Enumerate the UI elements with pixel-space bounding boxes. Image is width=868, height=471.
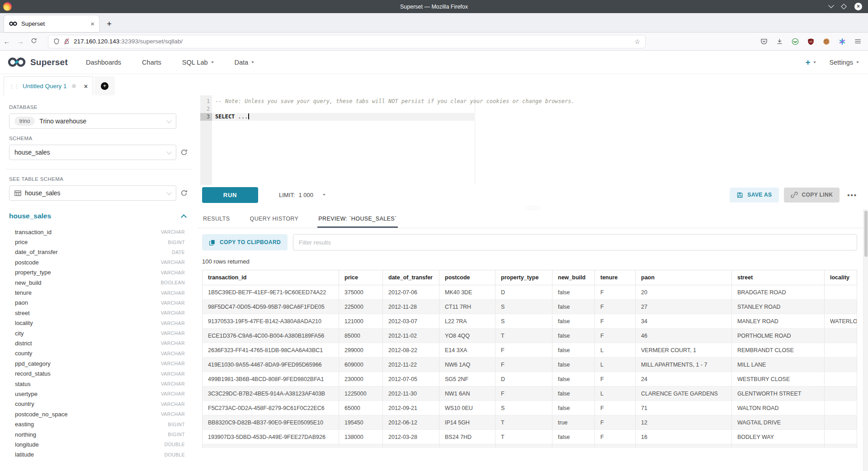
column-name: city: [15, 330, 24, 337]
nav-item-charts[interactable]: Charts: [142, 59, 161, 66]
column-header[interactable]: locality: [825, 270, 857, 285]
filter-results-input[interactable]: [293, 234, 857, 250]
nav-item-sql-lab[interactable]: SQL Lab: [182, 59, 214, 66]
table-row[interactable]: 2636F323-FF41-4765-81DB-98CAA6A43BC1 299…: [203, 343, 857, 358]
cell-property-type: T: [495, 329, 552, 343]
ublock-icon[interactable]: uO: [807, 38, 814, 45]
cell-tenure: F: [595, 401, 636, 415]
column-header[interactable]: transaction_id: [203, 270, 339, 285]
cell-transaction-id: 3C3C29DC-B7B2-4BE5-914A-A38123AF403B: [203, 386, 339, 401]
column-list-item: county VARCHAR: [9, 349, 188, 358]
cell-paon: 10: [636, 444, 732, 448]
add-new-button[interactable]: +: [805, 58, 816, 66]
cell-postcode: SG5 2NF: [439, 372, 495, 386]
query-tab-close-icon[interactable]: ×: [84, 83, 88, 90]
tab-close-icon[interactable]: ×: [90, 20, 94, 28]
bookmark-star-icon[interactable]: ☆: [634, 38, 640, 45]
divider: [5, 169, 192, 170]
new-tab-button[interactable]: +: [107, 19, 112, 28]
downloads-icon[interactable]: [776, 38, 783, 45]
table-row[interactable]: BB8320C9-D82B-4B37-90E0-9FEE05095E10 195…: [203, 415, 857, 430]
column-list-item: longitude DOUBLE: [9, 439, 188, 449]
chevron-up-icon[interactable]: [181, 214, 187, 220]
results-scrollbar[interactable]: [863, 209, 868, 471]
save-as-button[interactable]: SAVE AS: [730, 188, 778, 203]
cell-paon: 34: [636, 314, 732, 329]
forward-icon[interactable]: →: [14, 38, 27, 45]
browser-tab[interactable]: Superset ×: [4, 15, 99, 32]
table-row[interactable]: EB1459EB-67ED-47C8-B2E7-A38143AB5575 119…: [203, 444, 857, 448]
plus-circle-icon: +: [101, 82, 108, 90]
table-row[interactable]: ECE1D376-C9A6-4C00-B004-A380B189FA56 850…: [203, 329, 857, 343]
cookie-extension-icon[interactable]: [823, 38, 830, 45]
cell-paon: MILL APARTMENTS, 1 - 7: [636, 358, 732, 372]
superset-logo[interactable]: Superset: [6, 57, 68, 67]
window-close-icon[interactable]: ×: [854, 3, 862, 10]
table-row[interactable]: 3C3C29DC-B7B2-4BE5-914A-A38123AF403B 122…: [203, 386, 857, 401]
copy-to-clipboard-button[interactable]: COPY TO CLIPBOARD: [202, 234, 288, 250]
results-tab[interactable]: RESULTS: [202, 211, 231, 228]
column-header[interactable]: tenure: [595, 270, 636, 285]
insecure-lock-icon[interactable]: [64, 38, 70, 45]
nav-item-data[interactable]: Data: [235, 59, 255, 66]
reload-icon[interactable]: [27, 38, 41, 45]
table-row[interactable]: 98F5DC47-0D05-4D59-95B7-98CA6F1FDE05 225…: [203, 300, 857, 314]
copy-link-button[interactable]: COPY LINK: [784, 188, 840, 203]
table-row[interactable]: 91370533-19F5-47FE-B142-A380A8ADA210 121…: [203, 314, 857, 329]
column-header[interactable]: property_type: [495, 270, 552, 285]
column-list-item: postcode_no_space VARCHAR: [9, 409, 188, 419]
cell-property-type: F: [495, 386, 552, 401]
results-pane: COPY TO CLIPBOARD 100 rows returned tran…: [198, 228, 868, 448]
window-maximize-icon[interactable]: [841, 4, 847, 9]
table-row[interactable]: 499B1981-3B6B-4BCD-808F-9FED9802BFA1 230…: [203, 372, 857, 386]
menu-hamburger-icon[interactable]: [854, 38, 861, 44]
refresh-table-icon[interactable]: [180, 189, 188, 197]
privacy-extension-icon[interactable]: [792, 38, 799, 45]
url-bar[interactable]: 217.160.120.143:32393/superset/sqllab/ ☆: [48, 35, 646, 48]
column-list-item: price BIGINT: [9, 237, 188, 247]
database-select[interactable]: trino Trino warehouse: [9, 113, 176, 129]
settings-menu[interactable]: Settings: [830, 59, 859, 66]
editor-line: 1 -- Note: Unless you save your query, t…: [198, 98, 868, 105]
drag-handle-icon[interactable]: ⋮⋮: [9, 83, 19, 89]
column-type: BIGINT: [168, 432, 185, 437]
window-titlebar: Superset — Mozilla Firefox ×: [0, 0, 868, 13]
cell-postcode: L22 7RA: [439, 314, 495, 329]
asterisk-extension-icon[interactable]: [839, 38, 846, 45]
scrollbar-thumb[interactable]: [864, 211, 868, 257]
sql-editor[interactable]: 1 -- Note: Unless you save your query, t…: [198, 95, 868, 185]
results-tab[interactable]: QUERY HISTORY: [249, 211, 300, 228]
cell-postcode: BS24 7HD: [439, 430, 495, 444]
table-heading-row[interactable]: house_sales: [9, 212, 188, 220]
run-button[interactable]: RUN: [202, 187, 258, 203]
table-select[interactable]: house_sales: [9, 185, 176, 201]
pane-resize-handle[interactable]: ············: [198, 205, 868, 211]
column-type: DATE: [172, 250, 185, 255]
add-query-tab-button[interactable]: +: [94, 76, 115, 95]
column-name: latitude: [15, 451, 34, 458]
cell-property-type: F: [495, 358, 552, 372]
pocket-icon[interactable]: [760, 38, 768, 45]
query-tab[interactable]: ⋮⋮ Untitled Query 1 ×: [4, 76, 93, 95]
column-header[interactable]: date_of_transfer: [383, 270, 439, 285]
table-row[interactable]: 193907D3-5DBD-453D-A49E-9FEE27DAB926 138…: [203, 430, 857, 444]
back-icon[interactable]: ←: [0, 38, 14, 45]
schema-select[interactable]: house_sales: [9, 145, 176, 160]
limit-dropdown[interactable]: LIMIT: 1 000: [279, 192, 326, 198]
table-row[interactable]: F5C273AC-0D2A-458F-8279-9C61F0C22EC6 650…: [203, 401, 857, 415]
table-row[interactable]: 1B5C39ED-BE7F-41EF-9E71-9C60EED74A22 375…: [203, 285, 857, 300]
table-row[interactable]: 419E1030-9A55-4467-8DA9-9FED95D65966 609…: [203, 358, 857, 372]
nav-item-dashboards[interactable]: Dashboards: [86, 59, 121, 66]
column-header[interactable]: price: [339, 270, 383, 285]
column-header[interactable]: paon: [636, 270, 732, 285]
more-actions-button[interactable]: •••: [847, 191, 857, 199]
column-header[interactable]: postcode: [439, 270, 495, 285]
column-header[interactable]: street: [732, 270, 825, 285]
shield-icon[interactable]: [53, 38, 60, 45]
window-minimize-icon[interactable]: [828, 2, 834, 8]
chevron-down-icon: [251, 61, 254, 63]
column-list-item: latitude DOUBLE: [9, 450, 188, 460]
refresh-schema-icon[interactable]: [180, 149, 188, 156]
column-header[interactable]: new_build: [552, 270, 595, 285]
results-tab[interactable]: PREVIEW: `HOUSE_SALES`: [317, 211, 397, 228]
